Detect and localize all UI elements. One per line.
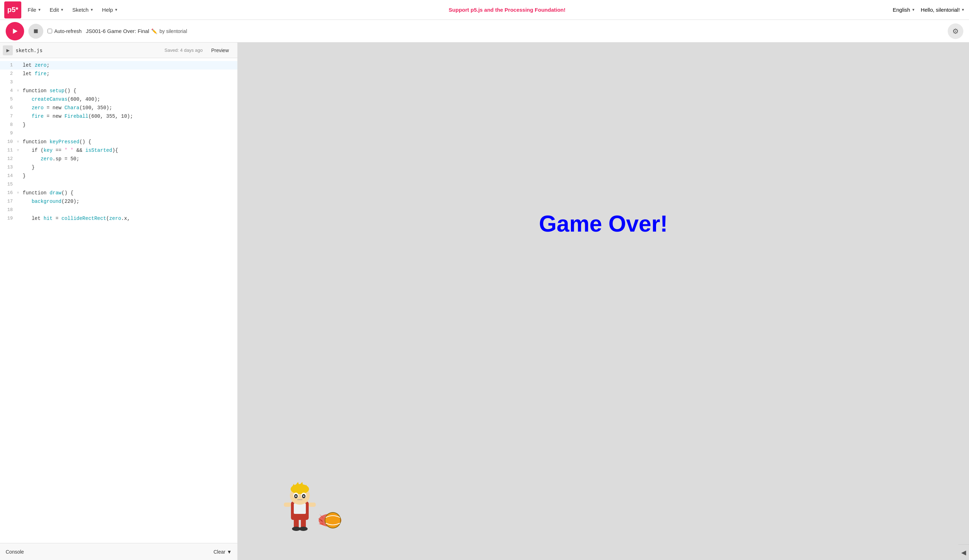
editor-panel: ▶ sketch.js Saved: 4 days ago Preview 1 … — [0, 43, 238, 560]
code-line: 6 zero = new Chara(100, 350); — [0, 103, 237, 112]
character-area — [280, 482, 344, 532]
code-line: 16 ▽ function draw() { — [0, 189, 237, 197]
svg-rect-7 — [294, 503, 306, 514]
help-arrow-icon: ▼ — [114, 8, 118, 12]
stop-button[interactable] — [28, 24, 43, 39]
toolbar: Auto-refresh JS001-6 Game Over: Final ✏️… — [0, 20, 969, 43]
console-bar: Console Clear ▼ — [0, 543, 237, 560]
play-button[interactable] — [6, 22, 24, 40]
sketch-arrow-icon: ▼ — [90, 8, 94, 12]
svg-point-21 — [303, 495, 305, 497]
author-label: by silentorial — [159, 28, 187, 34]
nav-help[interactable]: Help ▼ — [99, 5, 122, 15]
preview-bottom: ◀ — [958, 544, 969, 560]
svg-rect-8 — [284, 503, 291, 507]
edit-title-icon[interactable]: ✏️ — [151, 28, 157, 34]
code-line: 2 let fire; — [0, 70, 237, 78]
nav-sketch[interactable]: Sketch ▼ — [69, 5, 97, 15]
saved-indicator: Saved: 4 days ago — [165, 48, 203, 53]
code-line: 14 } — [0, 172, 237, 180]
svg-marker-27 — [319, 523, 324, 525]
preview-canvas: Game Over! — [238, 43, 969, 560]
collapse-button[interactable]: ▶ — [3, 45, 13, 55]
logo[interactable]: p5* — [4, 2, 21, 18]
edit-arrow-icon: ▼ — [60, 8, 64, 12]
support-link[interactable]: Support p5.js and the Processing Foundat… — [449, 7, 566, 13]
collapse-preview-button[interactable]: ◀ — [961, 548, 966, 557]
code-line: 9 — [0, 129, 237, 138]
character-sprite — [280, 482, 344, 532]
preview-tab-label[interactable]: Preview — [205, 48, 235, 53]
code-line: 12 zero.sp = 50; — [0, 155, 237, 163]
code-line: 10 ▽ function keyPressed() { — [0, 138, 237, 146]
user-arrow-icon: ▼ — [961, 8, 965, 12]
code-line: 8 } — [0, 121, 237, 129]
console-label: Console — [6, 549, 24, 555]
svg-rect-9 — [309, 503, 316, 507]
chevron-down-icon: ▼ — [227, 549, 232, 555]
code-line: 17 background(220); — [0, 197, 237, 206]
language-selector[interactable]: English ▼ — [893, 7, 915, 13]
editor-tabs: ▶ sketch.js Saved: 4 days ago Preview — [0, 43, 237, 58]
sketch-title-area: JS001-6 Game Over: Final ✏️ by silentori… — [86, 28, 187, 34]
settings-button[interactable]: ⚙ — [948, 23, 963, 39]
main-area: ▶ sketch.js Saved: 4 days ago Preview 1 … — [0, 43, 969, 560]
code-line: 19 let hit = collideRectRect(zero.x, — [0, 214, 237, 223]
svg-point-15 — [291, 484, 309, 494]
svg-marker-0 — [13, 28, 18, 34]
game-over-text: Game Over! — [539, 211, 668, 237]
nav-center: Support p5.js and the Processing Foundat… — [124, 7, 890, 13]
code-line: 15 — [0, 180, 237, 189]
code-line: 1 let zero; — [0, 61, 237, 70]
svg-point-20 — [295, 495, 296, 497]
code-line: 4 ▽ function setup() { — [0, 86, 237, 95]
code-line: 7 fire = new Fireball(600, 355, 10); — [0, 112, 237, 121]
nav-menu: File ▼ Edit ▼ Sketch ▼ Help ▼ — [24, 5, 122, 15]
nav-file[interactable]: File ▼ — [24, 5, 45, 15]
clear-button[interactable]: Clear ▼ — [213, 549, 232, 555]
code-editor[interactable]: 1 let zero; 2 let fire; 3 4 ▽ function s… — [0, 58, 237, 543]
nav-edit[interactable]: Edit ▼ — [46, 5, 67, 15]
file-arrow-icon: ▼ — [38, 8, 41, 12]
code-line: 11 ▽ if (key == ' ' && isStarted){ — [0, 146, 237, 155]
autorefresh-checkbox[interactable] — [48, 29, 52, 33]
code-line: 18 — [0, 206, 237, 214]
top-nav: p5* File ▼ Edit ▼ Sketch ▼ Help ▼ Suppor… — [0, 0, 969, 20]
code-line: 13 } — [0, 163, 237, 172]
preview-panel: Game Over! — [238, 43, 969, 560]
svg-rect-1 — [34, 29, 38, 33]
autorefresh-toggle[interactable]: Auto-refresh — [48, 28, 82, 34]
svg-point-5 — [299, 527, 308, 531]
code-line: 3 — [0, 78, 237, 86]
tab-sketch-js[interactable]: sketch.js — [16, 48, 43, 53]
lang-arrow-icon: ▼ — [912, 8, 915, 12]
code-line: 5 createCanvas(600, 400); — [0, 95, 237, 103]
nav-right: English ▼ Hello, silentorial! ▼ — [893, 7, 965, 13]
user-menu[interactable]: Hello, silentorial! ▼ — [921, 7, 965, 13]
